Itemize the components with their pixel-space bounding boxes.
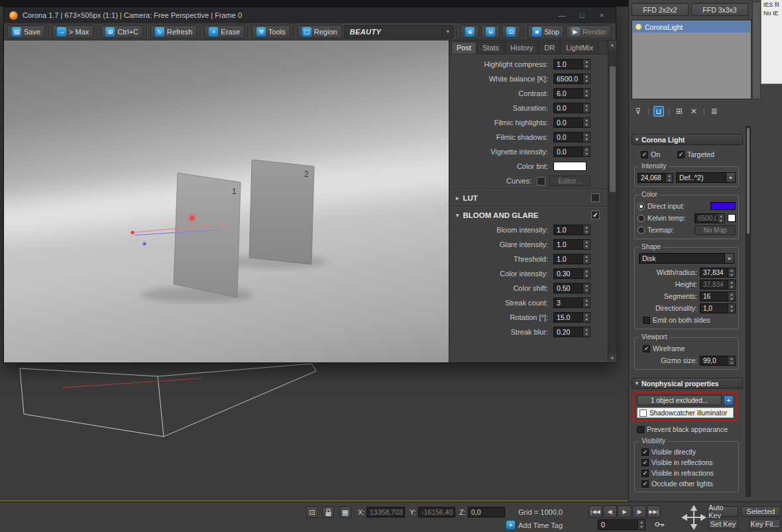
refresh-button[interactable]: ↻Refresh (150, 25, 197, 38)
intensity-spinner[interactable]: 24,068▴▾ (638, 173, 673, 183)
directionality-spinner[interactable]: 1,0▴▾ (700, 303, 736, 313)
emit-both-sides-checkbox[interactable] (643, 317, 650, 324)
chevron-down-icon[interactable]: ▾ (442, 26, 453, 38)
modifier-list-scrollbar[interactable] (752, 1, 761, 99)
modifier-stack[interactable]: CoronaLight (632, 20, 752, 99)
rollout-scrollbar[interactable] (746, 126, 751, 497)
spinner-arrows[interactable]: ▴▾ (728, 280, 735, 289)
next-frame-button[interactable]: |▶ (632, 505, 646, 518)
intensity-units-dropdown[interactable]: Def..^2)▼ (676, 172, 736, 183)
corona-light-rollout-header[interactable]: ▾ Corona Light (632, 134, 743, 145)
zoom-out-button[interactable]: ⊖ (481, 25, 500, 38)
visible-refractions-checkbox[interactable] (642, 470, 649, 477)
x-coordinate-input[interactable]: 13358,703 (366, 507, 405, 517)
vignette-intensity-spinner[interactable]: 0.0▴▾ (553, 146, 590, 157)
add-time-tag[interactable]: Add Time Tag (518, 521, 563, 529)
set-key-button[interactable]: Set Key (708, 519, 738, 529)
render-image[interactable]: 1 2 (4, 40, 449, 362)
spinner-arrows[interactable]: ▴▾ (583, 327, 590, 337)
shape-type-dropdown[interactable]: Disk▼ (639, 253, 734, 264)
copy-clipboard-button[interactable]: ⊞Ctrl+C (101, 25, 142, 38)
minimize-icon[interactable]: — (553, 11, 571, 19)
saturation-spinner[interactable]: 0.0▴▾ (553, 103, 590, 113)
prevent-black-toggle[interactable]: Prevent black appearance (637, 425, 744, 433)
light-on-toggle[interactable]: On (641, 150, 660, 158)
vfb-scrollbar[interactable]: ▲ ▼ (608, 40, 616, 362)
spinner-arrows[interactable]: ▴▾ (583, 60, 590, 69)
visible-reflections-toggle[interactable]: Visible in reflections (642, 458, 713, 466)
pan-navigation-icon[interactable] (681, 505, 706, 531)
key-filters-button[interactable]: Key Fil... (749, 519, 781, 529)
render-button[interactable]: ▶Render (566, 25, 611, 38)
visible-directly-checkbox[interactable] (642, 449, 649, 456)
spinner-arrows[interactable]: ▴▾ (583, 118, 590, 127)
exclude-list-button[interactable]: 1 object excluded... (637, 395, 722, 405)
curves-checkbox[interactable] (537, 177, 545, 186)
bloom-intensity-spinner[interactable]: 1.0▴▾ (553, 225, 590, 235)
texmap-button[interactable]: No Map (695, 225, 736, 235)
color-shift-spinner[interactable]: 0.50▴▾ (553, 283, 590, 293)
spinner-arrows[interactable]: ▴▾ (638, 520, 645, 529)
selection-set-dropdown[interactable]: Selected (741, 506, 781, 517)
render-element-select[interactable]: BEAUTY ▾ (344, 25, 454, 38)
spinner-arrows[interactable]: ▴▾ (728, 356, 735, 365)
isolate-selection-icon[interactable]: ⊡ (306, 506, 318, 518)
glare-intensity-spinner[interactable]: 1.0▴▾ (553, 239, 590, 250)
configure-modifier-sets-icon[interactable]: ≣ (709, 107, 720, 116)
pin-stack-icon[interactable]: ⊽ (633, 107, 643, 116)
spinner-arrows[interactable]: ▴▾ (583, 254, 590, 264)
play-button[interactable]: ▶ (618, 505, 632, 518)
show-end-result-icon[interactable]: ⊔ (653, 106, 664, 117)
previous-frame-button[interactable]: ◀| (603, 505, 617, 518)
spinner-arrows[interactable]: ▴▾ (717, 214, 724, 223)
auto-key-button[interactable]: Auto Key (708, 506, 738, 517)
height-spinner[interactable]: 37,834▴▾ (700, 280, 736, 290)
spinner-arrows[interactable]: ▴▾ (583, 225, 590, 235)
gizmo-size-spinner[interactable]: 99,0▴▾ (700, 356, 736, 366)
key-mode-icon[interactable] (655, 521, 665, 529)
tab-post[interactable]: Post (451, 42, 476, 54)
maximize-icon[interactable]: □ (573, 11, 590, 19)
curves-editor-button[interactable]: Editor... (549, 176, 590, 186)
threshold-spinner[interactable]: 1.0▴▾ (553, 254, 590, 264)
lut-enable-checkbox[interactable] (591, 193, 600, 202)
bloom-glare-section-header[interactable]: ▾ BLOOM AND GLARE (449, 207, 608, 223)
spinner-arrows[interactable]: ▴▾ (728, 292, 735, 301)
tools-button[interactable]: ⚒Tools (252, 25, 290, 38)
save-button[interactable]: ▤Save (7, 25, 45, 38)
copy-to-max-button[interactable]: →> Max (52, 25, 93, 38)
ffd-2x2x2-button[interactable]: FFD 2x2x2 (632, 3, 689, 16)
spinner-arrows[interactable]: ▴▾ (583, 298, 590, 307)
selection-lock-icon[interactable] (322, 506, 334, 518)
shadowcatcher-illuminator-row[interactable]: Shadowcatcher illuminator (637, 407, 734, 418)
scroll-thumb[interactable] (747, 128, 750, 234)
go-to-start-button[interactable]: |◀◀ (588, 505, 602, 518)
contrast-spinner[interactable]: 6.0▴▾ (553, 88, 590, 99)
y-coordinate-input[interactable]: -16156,40 (418, 507, 455, 517)
spinner-arrows[interactable]: ▴▾ (583, 313, 590, 322)
spinner-arrows[interactable]: ▴▾ (665, 174, 673, 182)
spinner-arrows[interactable]: ▴▾ (583, 240, 590, 249)
light-color-swatch[interactable] (710, 202, 736, 210)
make-unique-icon[interactable]: ⊞ (674, 107, 685, 116)
direct-input-radio[interactable] (638, 203, 645, 210)
remove-modifier-icon[interactable]: ✕ (689, 107, 699, 116)
modifier-stack-selected-row[interactable]: CoronaLight (633, 21, 750, 32)
shadowcatcher-checkbox[interactable] (640, 409, 647, 417)
spinner-arrows[interactable]: ▴▾ (728, 268, 735, 277)
spinner-arrows[interactable]: ▴▾ (583, 284, 590, 293)
visible-refractions-toggle[interactable]: Visible in refractions (642, 469, 714, 477)
lut-section-header[interactable]: ▸ LUT (449, 189, 608, 205)
spinner-arrows[interactable]: ▴▾ (583, 89, 590, 98)
erase-button[interactable]: ×Erase (204, 25, 245, 38)
visible-directly-toggle[interactable]: Visible directly (642, 448, 696, 456)
stop-button[interactable]: ■Stop (528, 25, 564, 38)
filmic-shadows-spinner[interactable]: 0.0▴▾ (553, 132, 590, 142)
vfb-titlebar[interactable]: Corona 1.7 | 673×505px (1:1) | Camera: F… (4, 7, 616, 23)
rotation-spinner[interactable]: 15.0▴▾ (553, 312, 590, 323)
texmap-radio[interactable] (638, 227, 645, 234)
bloom-glare-enable-checkbox[interactable] (591, 211, 600, 219)
ffd-3x3x3-button[interactable]: FFD 3x3x3 (691, 3, 748, 16)
prevent-black-checkbox[interactable] (637, 426, 644, 433)
spinner-arrows[interactable]: ▴▾ (583, 147, 590, 156)
